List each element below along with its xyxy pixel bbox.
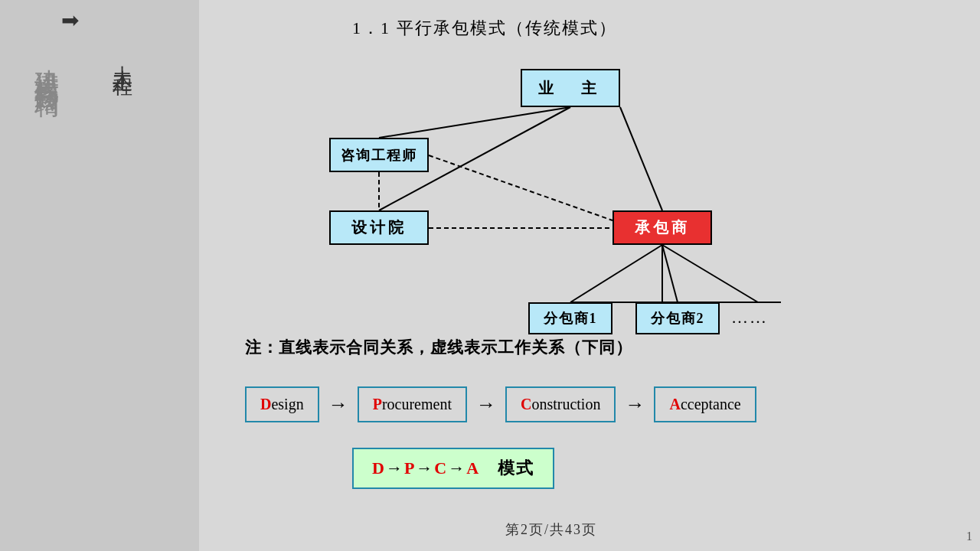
svg-line-8 xyxy=(662,245,678,302)
page-number: 第2页/共43页 xyxy=(505,520,597,539)
svg-line-6 xyxy=(570,245,662,302)
svg-line-5 xyxy=(429,155,612,220)
box-contractor: 承包商 xyxy=(612,210,712,245)
phase-construction-first: C xyxy=(521,396,531,412)
sidebar-arrow: ➡ xyxy=(61,8,79,33)
svg-line-2 xyxy=(620,107,662,210)
dpca-p: P xyxy=(404,458,416,478)
arrow-3: → xyxy=(625,393,645,416)
phase-construction: Construction xyxy=(505,386,616,422)
svg-line-9 xyxy=(662,245,758,302)
dpca-c: C xyxy=(434,458,448,478)
phase-design-first: D xyxy=(260,396,271,412)
section-title: 1．1 平行承包模式（传统模式） xyxy=(352,17,617,40)
box-owner: 业 主 xyxy=(521,69,620,107)
phase-acceptance: Acceptance xyxy=(654,386,756,422)
dpca-a: A xyxy=(466,458,479,478)
box-design: 设计院 xyxy=(329,210,429,245)
phase-design: Design xyxy=(245,386,319,422)
box-sub1: 分包商1 xyxy=(528,302,612,334)
box-consultant: 咨询工程师 xyxy=(329,138,429,172)
sidebar-title: 建设模式与合同结构 xyxy=(31,50,63,77)
dpca-d: D xyxy=(372,458,386,478)
phase-acceptance-first: A xyxy=(669,396,680,412)
sidebar-subtitle: 土木工程 xyxy=(109,50,136,77)
phase-procurement-rest: rocurement xyxy=(382,396,452,412)
box-sub2: 分包商2 xyxy=(635,302,720,334)
main-content: 1．1 平行承包模式（传统模式） xyxy=(199,0,980,551)
phase-flow: Design → Procurement → Construction → Ac… xyxy=(245,386,756,422)
sidebar: ➡ 建设模式与合同结构 土木工程 xyxy=(0,0,199,551)
phase-acceptance-rest: cceptance xyxy=(681,396,741,412)
diagram: 业 主 咨询工程师 设计院 承包商 分包商1 分包商2 …… xyxy=(245,46,919,367)
note-text: 注：直线表示合同关系，虚线表示工作关系（下同） xyxy=(245,337,632,358)
phase-design-rest: esign xyxy=(271,396,303,412)
arrow-2: → xyxy=(476,393,496,416)
dpca-box: D→P→C→A 模式 xyxy=(352,448,554,489)
phase-construction-rest: onstruction xyxy=(531,396,600,412)
phase-procurement-first: P xyxy=(373,396,382,412)
ellipsis-text: …… xyxy=(731,308,768,328)
phase-procurement: Procurement xyxy=(358,386,467,422)
arrow-1: → xyxy=(328,393,348,416)
page-corner: 1 xyxy=(966,530,972,543)
svg-line-0 xyxy=(379,107,570,138)
